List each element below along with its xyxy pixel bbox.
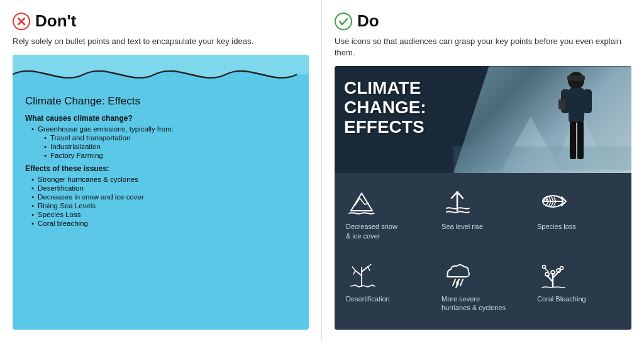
svg-line-32	[353, 271, 355, 274]
desertification-label: Desertification	[346, 294, 390, 303]
svg-line-20	[549, 197, 551, 201]
effect-6: Coral bleaching	[31, 220, 296, 227]
wave-decoration	[13, 55, 309, 86]
dont-title: Don't	[35, 11, 76, 31]
title-line3: EFFECTS	[344, 117, 425, 137]
icon-snow-ice: Decreased snow& ice cover	[340, 179, 435, 251]
cause-sub-1: Travel and transportation	[44, 134, 296, 142]
effect-1: Stronger hurricanes & cyclones	[31, 176, 296, 183]
causes-sub-list: Travel and transportation Industrializat…	[31, 134, 296, 159]
dont-slide: Climate Change: Effects What causes clim…	[13, 55, 309, 330]
desertification-icon	[346, 258, 377, 289]
dont-subtitle: Rely solely on bullet points and text to…	[13, 36, 309, 47]
main-container: Don't Rely solely on bullet points and t…	[0, 0, 644, 341]
icon-desertification: Desertification	[340, 252, 435, 323]
do-slide-title: CLIMATE CHANGE: EFFECTS	[344, 79, 426, 137]
svg-line-37	[460, 279, 463, 286]
do-slide: CLIMATE CHANGE: EFFECTS	[335, 66, 631, 330]
svg-line-21	[552, 197, 553, 201]
svg-point-45	[543, 265, 546, 268]
icon-hurricanes: More severehurrianes & cyclones	[435, 252, 531, 323]
icons-grid: Decreased snow& ice cover	[335, 173, 631, 330]
icon-sea-level: Sea level rise	[435, 179, 531, 251]
svg-rect-14	[577, 121, 584, 159]
svg-point-43	[551, 271, 555, 274]
svg-line-24	[549, 201, 551, 206]
hurricanes-label: More severehurrianes & cyclones	[441, 294, 506, 313]
hurricanes-icon	[441, 258, 473, 289]
svg-point-47	[560, 266, 564, 269]
cause-sub-3: Factory Farming	[44, 152, 296, 159]
svg-line-25	[552, 201, 553, 206]
do-header: Do	[335, 11, 631, 31]
svg-point-3	[335, 13, 352, 30]
sea-level-label: Sea level rise	[441, 222, 483, 231]
dont-icon	[13, 13, 30, 30]
effects-intro: Effects of these issues:	[25, 164, 296, 173]
left-panel: Don't Rely solely on bullet points and t…	[0, 0, 322, 341]
snow-ice-label: Decreased snow& ice cover	[346, 222, 397, 240]
effect-5: Species Loss	[31, 211, 296, 218]
svg-line-30	[362, 267, 368, 272]
svg-line-31	[352, 267, 355, 271]
dont-slide-content: Climate Change: Effects What causes clim…	[13, 86, 309, 241]
dont-header: Don't	[13, 11, 309, 31]
svg-rect-13	[570, 121, 576, 159]
svg-rect-9	[569, 88, 584, 123]
effects-list: Stronger hurricanes & cyclones Desertifi…	[25, 176, 296, 227]
svg-rect-11	[583, 89, 592, 113]
cause-sub-2: Industrialization	[44, 143, 296, 150]
title-line2: CHANGE:	[344, 98, 426, 117]
icon-species-loss: Species loss	[531, 179, 626, 251]
svg-line-35	[453, 279, 455, 286]
dont-slide-heading: Climate Change: Effects	[25, 95, 296, 108]
svg-marker-15	[351, 193, 372, 211]
coral-label: Coral Bleaching	[537, 294, 586, 303]
svg-point-41	[545, 272, 549, 276]
svg-rect-8	[567, 75, 585, 81]
coral-icon	[537, 258, 569, 289]
iceberg-decoration	[453, 66, 631, 173]
svg-rect-6	[453, 147, 631, 170]
do-title: Do	[357, 11, 379, 31]
species-loss-icon	[537, 186, 569, 217]
sea-level-icon	[441, 186, 473, 217]
svg-line-33	[368, 264, 371, 267]
causes-main-list: Greenhouse gas emissions, typically from…	[25, 125, 296, 159]
svg-line-29	[355, 271, 362, 276]
effect-3: Decreases in snow and ice cover	[31, 193, 296, 201]
species-loss-label: Species loss	[537, 222, 576, 231]
svg-point-27	[544, 199, 547, 201]
causes-intro: What causes climate change?	[25, 114, 296, 123]
do-subtitle: Use icons so that audiences can grasp yo…	[335, 36, 631, 59]
do-icon	[335, 13, 352, 30]
title-line1: CLIMATE	[344, 78, 421, 98]
causes-main-item: Greenhouse gas emissions, typically from…	[31, 125, 296, 133]
effect-2: Desertification	[31, 184, 296, 192]
icon-coral: Coral Bleaching	[531, 252, 626, 323]
person-silhouette	[556, 69, 597, 170]
right-panel: Do Use icons so that audiences can grasp…	[322, 0, 644, 341]
effect-4: Rising Sea Levels	[31, 202, 296, 210]
snow-ice-icon	[346, 186, 377, 217]
svg-rect-12	[558, 99, 565, 109]
do-slide-header: CLIMATE CHANGE: EFFECTS	[335, 66, 631, 173]
svg-line-34	[368, 267, 370, 271]
svg-line-44	[545, 268, 548, 272]
